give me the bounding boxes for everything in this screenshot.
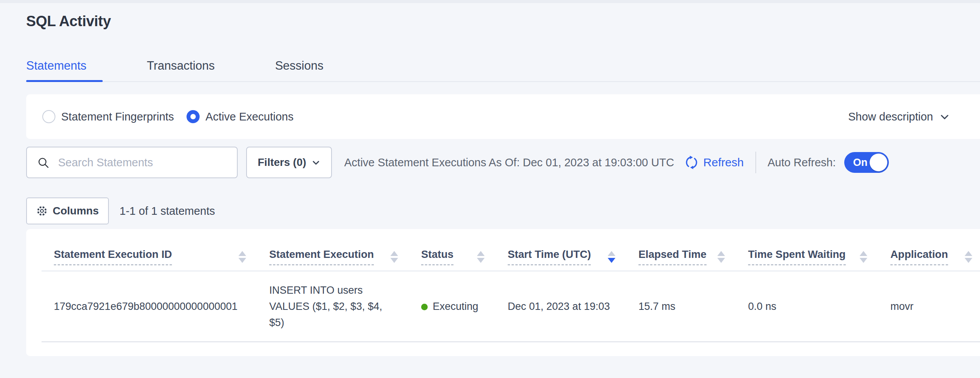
- column-header-elapsed-time[interactable]: Elapsed Time: [638, 229, 748, 271]
- controls-row: Filters (0) Active Statement Executions …: [26, 147, 980, 178]
- refresh-button[interactable]: Refresh: [684, 155, 744, 170]
- column-header-start-time[interactable]: Start Time (UTC): [508, 229, 638, 271]
- sort-icon[interactable]: [477, 251, 485, 263]
- column-header-statement-execution[interactable]: Statement Execution: [269, 229, 421, 271]
- cell-statement: INSERT INTO users VALUES ($1, $2, $3, $4…: [269, 271, 421, 342]
- search-icon: [37, 156, 50, 169]
- auto-refresh-label: Auto Refresh:: [768, 156, 836, 169]
- columns-button-label: Columns: [53, 205, 99, 217]
- chevron-down-icon: [939, 111, 950, 122]
- status-dot: [421, 304, 428, 310]
- statements-table-card: Statement Execution ID Statement Executi…: [26, 229, 980, 356]
- refresh-icon: [684, 155, 699, 170]
- tab-bar: Statements Transactions Sessions: [26, 59, 980, 82]
- table-header-row: Statement Execution ID Statement Executi…: [42, 229, 980, 271]
- radio-label: Statement Fingerprints: [61, 110, 174, 123]
- toggle-knob[interactable]: [870, 154, 887, 171]
- radio-active-executions[interactable]: Active Executions: [187, 110, 293, 123]
- vertical-divider: [755, 152, 756, 173]
- column-header-status[interactable]: Status: [421, 229, 508, 271]
- search-box[interactable]: [26, 147, 238, 178]
- cell-status: Executing: [421, 271, 508, 342]
- cell-start-time: Dec 01, 2023 at 19:03: [508, 271, 638, 342]
- sort-icon[interactable]: [390, 251, 398, 263]
- refresh-label: Refresh: [703, 156, 744, 169]
- search-input[interactable]: [57, 156, 231, 169]
- tab-statements[interactable]: Statements: [26, 59, 103, 81]
- gear-icon: [36, 205, 48, 217]
- tab-label: Sessions: [275, 59, 323, 72]
- filters-label: Filters (0): [258, 156, 306, 169]
- status-label: Executing: [433, 301, 478, 312]
- tab-transactions[interactable]: Transactions: [147, 59, 231, 81]
- table-controls-row: Columns 1-1 of 1 statements: [26, 197, 980, 224]
- page-title: SQL Activity: [26, 3, 980, 30]
- statements-table: Statement Execution ID Statement Executi…: [42, 229, 980, 342]
- cell-execution-id: 179cca7921e679b80000000000000001: [42, 271, 269, 342]
- cell-application: movr: [890, 271, 980, 342]
- radio-statement-fingerprints[interactable]: Statement Fingerprints: [42, 110, 174, 123]
- show-description-toggle[interactable]: Show description: [848, 110, 950, 123]
- radio-selected-icon[interactable]: [187, 110, 200, 123]
- filters-button[interactable]: Filters (0): [246, 147, 332, 178]
- tab-label: Statements: [26, 59, 87, 72]
- show-description-label: Show description: [848, 110, 933, 123]
- radio-label: Active Executions: [205, 110, 293, 123]
- cell-elapsed-time: 15.7 ms: [638, 271, 748, 342]
- sort-icon[interactable]: [717, 251, 725, 263]
- sort-icon[interactable]: [860, 251, 867, 263]
- tab-sessions[interactable]: Sessions: [275, 59, 340, 81]
- view-mode-card: Statement Fingerprints Active Executions…: [26, 94, 980, 139]
- page-top-edge: [0, 0, 980, 3]
- sort-icon[interactable]: [238, 251, 246, 263]
- result-count: 1-1 of 1 statements: [120, 205, 215, 217]
- column-header-time-spent-waiting[interactable]: Time Spent Waiting: [748, 229, 890, 271]
- cell-time-spent-waiting: 0.0 ns: [748, 271, 890, 342]
- toggle-state-label: On: [853, 157, 868, 169]
- sort-icon-descending[interactable]: [608, 251, 615, 263]
- chevron-down-icon: [312, 158, 320, 167]
- columns-button[interactable]: Columns: [26, 197, 109, 224]
- column-header-statement-execution-id[interactable]: Statement Execution ID: [42, 229, 269, 271]
- column-header-application[interactable]: Application: [890, 229, 980, 271]
- auto-refresh-toggle[interactable]: On: [844, 152, 889, 173]
- table-row: 179cca7921e679b80000000000000001 INSERT …: [42, 271, 980, 342]
- tab-label: Transactions: [147, 59, 215, 72]
- as-of-text: Active Statement Executions As Of: Dec 0…: [344, 156, 674, 169]
- sql-activity-page: SQL Activity Statements Transactions Ses…: [0, 3, 980, 356]
- sort-icon[interactable]: [965, 251, 972, 263]
- radio-unselected-icon[interactable]: [42, 110, 55, 123]
